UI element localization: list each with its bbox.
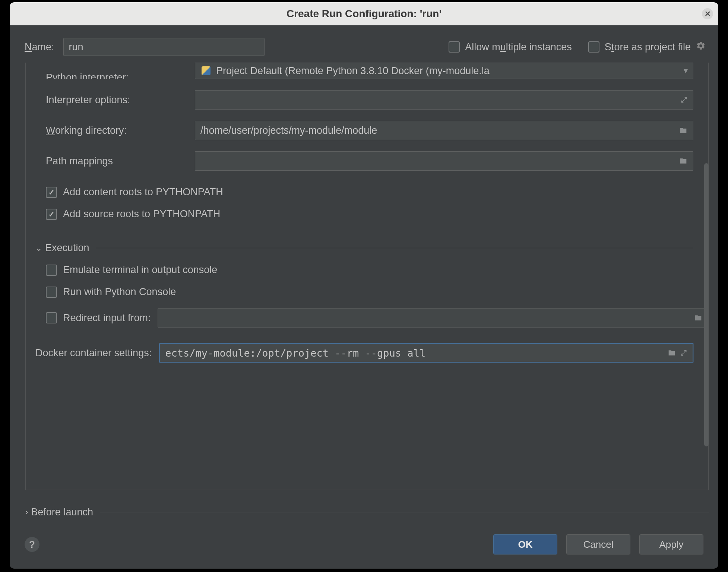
dialog-title: Create Run Configuration: 'run' [287,8,441,20]
ok-label: OK [518,539,533,550]
content-roots-row: Add content roots to PYTHONPATH [26,186,708,198]
docker-settings-row: Docker container settings: ects/my-modul… [26,343,708,363]
before-launch-section-header: › Before launch [25,506,709,518]
cancel-button[interactable]: Cancel [566,534,630,554]
redirect-input-label: Redirect input from: [63,312,151,324]
configuration-body: Python interpreter: Project Default (Rem… [19,63,709,490]
allow-multiple-group: Allow multiple instances [449,41,572,53]
python-console-checkbox[interactable] [46,287,57,298]
redirect-input-checkbox[interactable] [46,312,57,323]
vertical-scrollbar[interactable] [704,163,709,446]
store-project-label: Store as project file [605,41,691,53]
allow-multiple-checkbox[interactable] [449,41,460,53]
divider [100,512,709,512]
python-interpreter-row: Python interpreter: Project Default (Rem… [46,63,693,79]
docker-settings-value: ects/my-module:/opt/project --rm --gpus … [165,347,664,359]
folder-icon[interactable] [679,157,688,165]
chevron-down-icon[interactable]: ⌄ [35,243,42,253]
interpreter-options-row: Interpreter options: [46,90,693,110]
name-input[interactable] [63,38,265,56]
close-button[interactable]: ✕ [702,8,713,19]
allow-multiple-label: Allow multiple instances [465,41,572,53]
apply-button[interactable]: Apply [639,534,703,554]
gear-icon[interactable] [696,41,706,53]
divider [96,248,693,248]
chevron-right-icon[interactable]: › [25,508,28,517]
folder-icon[interactable] [667,349,676,357]
redirect-input-field[interactable] [158,308,708,328]
source-roots-label: Add source roots to PYTHONPATH [63,208,220,220]
working-directory-row: Working directory: /home/user/projects/m… [46,121,693,140]
name-label: Name: [25,41,54,53]
path-mappings-label: Path mappings [46,155,195,167]
python-interpreter-value: Project Default (Remote Python 3.8.10 Do… [216,65,680,77]
execution-section-title: Execution [45,242,89,254]
dialog-button-row: ? OK Cancel Apply [10,518,718,569]
interpreter-options-label: Interpreter options: [46,94,195,106]
python-interpreter-label: Python interpreter: [46,72,195,79]
execution-section-header: ⌄ Execution [26,242,708,254]
store-project-checkbox[interactable] [588,41,599,53]
source-roots-row: Add source roots to PYTHONPATH [26,208,708,220]
configuration-panel: Python interpreter: Project Default (Rem… [25,63,709,490]
python-console-label: Run with Python Console [63,286,176,298]
ok-button[interactable]: OK [493,534,557,554]
content-roots-label: Add content roots to PYTHONPATH [63,186,223,198]
expand-icon[interactable] [680,349,687,357]
source-roots-checkbox[interactable] [46,209,57,220]
working-directory-label: Working directory: [46,125,195,136]
chevron-down-icon: ▾ [684,66,688,76]
help-button[interactable]: ? [25,537,39,552]
name-row: Name: Allow multiple instances Store as … [10,25,718,63]
emulate-terminal-row: Emulate terminal in output console [46,264,708,276]
path-mappings-input[interactable] [195,151,693,171]
redirect-input-row: Redirect input from: [46,308,708,328]
help-icon: ? [29,539,35,550]
folder-icon[interactable] [694,314,703,322]
interpreter-options-input[interactable] [195,90,693,110]
emulate-terminal-label: Emulate terminal in output console [63,264,217,276]
docker-settings-input[interactable]: ects/my-module:/opt/project --rm --gpus … [159,343,693,363]
python-interpreter-dropdown[interactable]: Project Default (Remote Python 3.8.10 Do… [195,63,693,79]
titlebar: Create Run Configuration: 'run' ✕ [10,2,718,25]
expand-icon[interactable] [680,96,688,104]
apply-label: Apply [659,539,683,550]
python-console-row: Run with Python Console [46,286,708,298]
emulate-terminal-checkbox[interactable] [46,265,57,276]
working-directory-input[interactable]: /home/user/projects/my-module/module [195,121,693,140]
close-icon: ✕ [705,9,711,18]
cancel-label: Cancel [583,539,614,550]
working-directory-value: /home/user/projects/my-module/module [200,125,675,136]
python-icon [200,66,212,75]
before-launch-title: Before launch [31,506,93,518]
folder-icon[interactable] [679,127,688,134]
docker-settings-label: Docker container settings: [35,347,152,359]
path-mappings-row: Path mappings [46,151,693,171]
store-project-group: Store as project file [588,41,691,53]
content-roots-checkbox[interactable] [46,187,57,198]
run-config-dialog: Create Run Configuration: 'run' ✕ Name: … [10,2,718,569]
